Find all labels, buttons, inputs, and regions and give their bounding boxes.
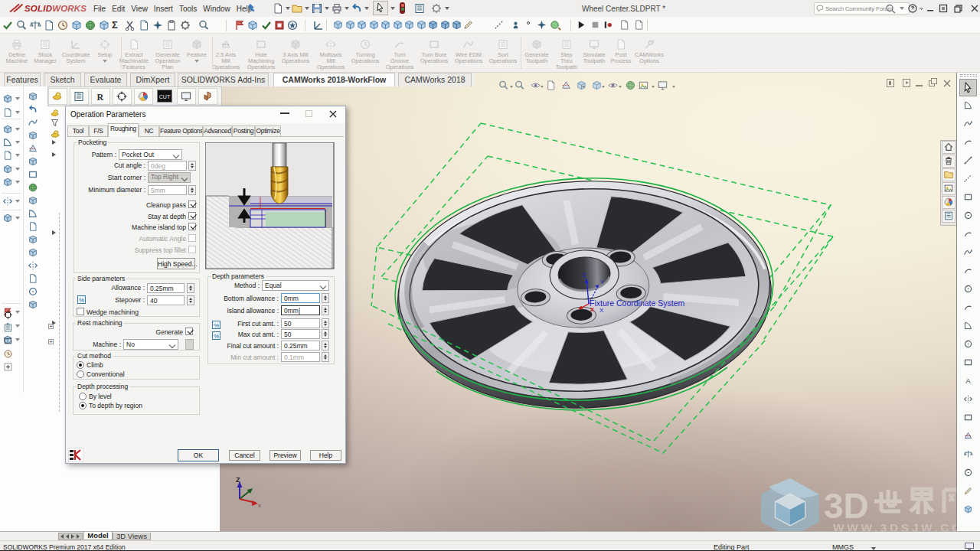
- svg-text:Z: Z: [236, 476, 240, 484]
- svg-text:Z: Z: [583, 272, 586, 279]
- svg-text:A: A: [965, 377, 971, 385]
- svg-text:Y: Y: [600, 279, 605, 285]
- svg-text:x: x: [258, 502, 261, 509]
- svg-text:3D: 3D: [824, 486, 869, 526]
- svg-text:SOLIDWORKS: SOLIDWORKS: [24, 4, 87, 13]
- svg-text:R: R: [97, 92, 104, 103]
- svg-text:X: X: [599, 307, 604, 314]
- svg-text:Fixture Coordinate System: Fixture Coordinate System: [590, 298, 685, 308]
